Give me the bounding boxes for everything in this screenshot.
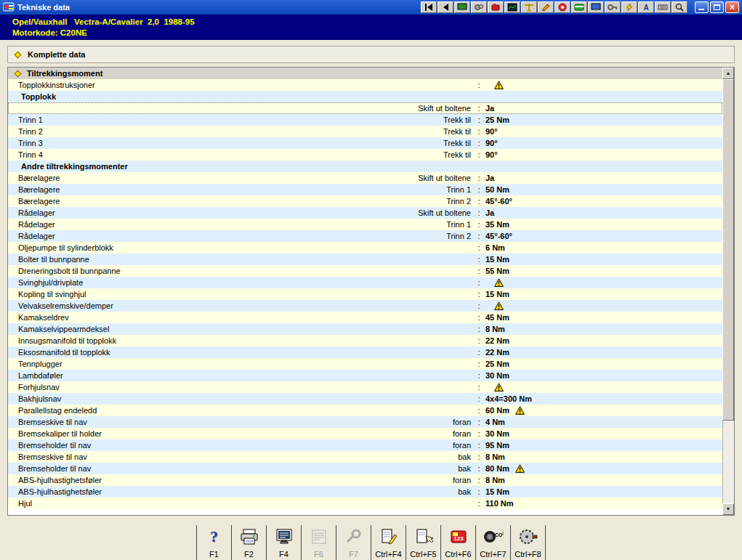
section-header-row[interactable]: Andre tiltrekkingsmomenter: [8, 161, 722, 172]
maximize-button[interactable]: [710, 1, 724, 13]
data-row[interactable]: Topplokkinstruksjoner:: [8, 79, 722, 91]
card-icon[interactable]: [571, 1, 587, 13]
data-row[interactable]: Trinn 3Trekk til:90°: [8, 137, 722, 149]
torque-data-panel: Tiltrekkingsmoment Topplokkinstruksjoner…: [7, 67, 735, 516]
warning-icon[interactable]: [515, 464, 525, 473]
function-key-label: Ctrl+F7: [480, 550, 506, 559]
scroll-down-icon[interactable]: ▼: [722, 503, 734, 515]
data-row[interactable]: Trinn 2Trekk til:90°: [8, 126, 722, 137]
diag-icon[interactable]: [504, 1, 520, 13]
search-icon[interactable]: [672, 1, 687, 13]
data-row[interactable]: Veivakselremskive/demper:: [8, 300, 722, 312]
colon-separator: :: [472, 208, 485, 217]
data-row[interactable]: Bremsekaliper til holderforan:30 Nm: [8, 428, 722, 439]
data-row[interactable]: Svinghjul/drivplate:: [8, 277, 722, 288]
row-label: Bolter til bunnpanne: [18, 255, 89, 264]
engine-red-icon[interactable]: [488, 1, 504, 13]
row-value: 4 Nm: [485, 418, 505, 426]
data-row[interactable]: Bremseholder til navforan:95 Nm: [8, 439, 722, 451]
data-row[interactable]: Eksosmanifold til topplokk:22 Nm: [8, 346, 722, 358]
warning-icon[interactable]: [494, 278, 504, 287]
data-row[interactable]: Forhjulsnav:: [8, 381, 722, 393]
data-row[interactable]: Bremseskive til navforan:4 Nm: [8, 416, 722, 428]
bolt-icon[interactable]: [621, 1, 637, 13]
screen-icon: [275, 527, 294, 546]
data-row[interactable]: Tennplugger:25 Nm: [8, 358, 722, 370]
keyboard-icon[interactable]: [655, 1, 671, 13]
row-value-cell: 8 Nm: [485, 453, 722, 461]
key-icon[interactable]: [605, 1, 621, 13]
data-row[interactable]: Bremseskive til navbak:8 Nm: [8, 451, 722, 463]
warning-icon[interactable]: [494, 81, 504, 89]
data-row[interactable]: Oljepumpe til sylinderblokk:6 Nm: [8, 242, 722, 253]
bottom-toolbar: ?F1F2F4F6F7Ctrl+F4Ctrl+F5123Ctrl+F6CO2Ct…: [0, 524, 742, 560]
data-row[interactable]: Parallellstag endeledd:60 Nm: [8, 405, 722, 416]
warning-icon[interactable]: [494, 383, 504, 391]
screen-button[interactable]: F4: [266, 525, 301, 560]
scrollbar-thumb[interactable]: [722, 79, 734, 421]
section-header-row[interactable]: Topplokk: [8, 91, 722, 102]
warning-icon[interactable]: [515, 406, 525, 415]
help-button[interactable]: ?F1: [196, 525, 231, 560]
data-row[interactable]: ABS-hjulhastighetsfølerbak:15 Nm: [8, 486, 722, 498]
data-row[interactable]: Innsugsmanifold til topplokk:22 Nm: [8, 335, 722, 346]
minimize-button[interactable]: [695, 1, 709, 13]
data-row[interactable]: Kamakseldrev:45 Nm: [8, 312, 722, 323]
abc-icon[interactable]: A: [638, 1, 654, 13]
data-row[interactable]: Bakhjulsnav:4x4=300 Nm: [8, 393, 722, 405]
data-row[interactable]: Lambdaføler:30 Nm: [8, 370, 722, 381]
co2-button[interactable]: CO2Ctrl+F7: [475, 525, 510, 560]
data-row[interactable]: Trinn 4Trekk til:90°: [8, 149, 722, 161]
complete-data-bar[interactable]: Komplette data: [7, 46, 735, 63]
scales-icon[interactable]: [521, 1, 537, 13]
data-row[interactable]: Kamakselvippearmdeksel:8 Nm: [8, 323, 722, 335]
row-value: 45°-60°: [485, 197, 512, 206]
numbers-button[interactable]: 123Ctrl+F6: [440, 525, 475, 560]
warning-icon[interactable]: [494, 301, 504, 310]
screen-green-icon[interactable]: [454, 1, 470, 13]
print-button[interactable]: F2: [231, 525, 266, 560]
data-row[interactable]: ABS-hjulhastighetsfølerforan:8 Nm: [8, 474, 722, 486]
data-row[interactable]: BærelagereTrinn 1:50 Nm: [8, 184, 722, 195]
nav-first-icon[interactable]: [421, 1, 437, 13]
data-row[interactable]: Trinn 1Trekk til:25 Nm: [8, 114, 722, 126]
data-row[interactable]: Skift ut boltene:Ja: [8, 102, 722, 114]
select-doc-button[interactable]: Ctrl+F5: [406, 525, 440, 560]
row-value-cell: 30 Nm: [485, 371, 722, 380]
colon-separator: :: [472, 174, 485, 182]
airbag-icon[interactable]: [555, 1, 570, 13]
row-label: Rådelager: [18, 220, 55, 229]
data-row[interactable]: RådelagerTrinn 2:45°-60°: [8, 230, 722, 242]
colon-separator: :: [472, 371, 485, 380]
data-row[interactable]: Kopling til svinghjul:15 Nm: [8, 288, 722, 300]
row-value: 30 Nm: [485, 429, 509, 438]
monitor-icon[interactable]: [588, 1, 604, 13]
nav-prev-icon[interactable]: [437, 1, 453, 13]
group-header-torque[interactable]: Tiltrekkingsmoment: [8, 68, 734, 79]
scroll-up-icon[interactable]: ▲: [722, 68, 734, 79]
row-label: Dreneringsbolt til bunnpanne: [18, 267, 121, 275]
data-row[interactable]: BærelagereSkift ut boltene:Ja: [8, 172, 722, 184]
row-value-cell: 22 Nm: [485, 336, 722, 345]
vertical-scrollbar[interactable]: ▲ ▼: [722, 68, 734, 515]
edit-doc-button[interactable]: Ctrl+F4: [371, 525, 406, 560]
data-row[interactable]: RådelagerSkift ut boltene:Ja: [8, 207, 722, 219]
data-row[interactable]: Hjul:110 Nm: [8, 498, 722, 509]
colon-separator: :: [472, 185, 485, 194]
row-value: 15 Nm: [485, 255, 509, 264]
row-qualifier: foran: [453, 476, 471, 484]
gears-icon[interactable]: [471, 1, 487, 13]
data-row[interactable]: Bolter til bunnpanne:15 Nm: [8, 253, 722, 265]
saw-button[interactable]: Ctrl+F8: [510, 525, 545, 560]
data-row[interactable]: Bremseholder til navbak:80 Nm: [8, 463, 722, 474]
pencil-icon[interactable]: [538, 1, 554, 13]
row-qualifier: Skift ut boltene: [418, 104, 471, 113]
data-row[interactable]: BærelagereTrinn 2:45°-60°: [8, 195, 722, 207]
data-row[interactable]: RådelagerTrinn 1:35 Nm: [8, 219, 722, 230]
data-row[interactable]: Dreneringsbolt til bunnpanne:55 Nm: [8, 265, 722, 277]
row-value-cell: [485, 81, 722, 89]
row-value: 110 Nm: [485, 499, 514, 508]
row-label: ABS-hjulhastighetsføler: [18, 476, 102, 484]
close-button[interactable]: ×: [725, 1, 739, 13]
row-label: Bærelagere: [18, 197, 60, 206]
